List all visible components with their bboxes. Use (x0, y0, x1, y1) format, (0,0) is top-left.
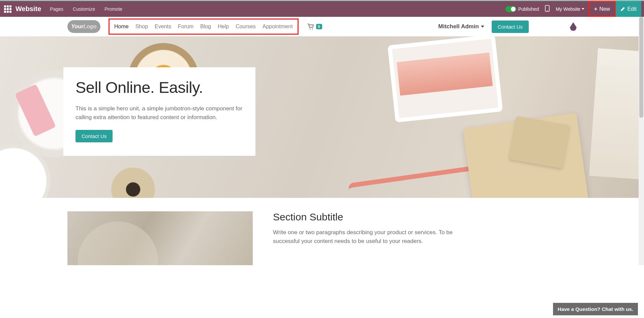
published-toggle[interactable] (505, 6, 516, 12)
main-nav: Home Shop Events Forum Blog Help Courses… (109, 19, 299, 35)
new-button[interactable]: + New (588, 1, 616, 17)
my-website-label: My Website (556, 6, 580, 12)
hero-decor-tape (111, 168, 155, 198)
svg-point-3 (312, 29, 313, 30)
section-body: Write one or two paragraphs describing y… (273, 228, 455, 246)
edit-button[interactable]: Edit (616, 1, 641, 17)
scrollbar-track[interactable] (639, 17, 644, 265)
hero-card: Sell Online. Easily. This is a simple he… (63, 67, 255, 156)
user-name: Mitchell Admin (438, 23, 479, 30)
brand-title: Website (16, 5, 41, 13)
logo-text-logo: Logo (83, 24, 96, 30)
nav-shop[interactable]: Shop (135, 24, 148, 30)
cart-button[interactable]: 0 (307, 24, 322, 30)
nav-help[interactable]: Help (218, 24, 229, 30)
section-text: Section Subtitle Write one or two paragr… (273, 211, 455, 265)
top-nav-customize[interactable]: Customize (73, 6, 95, 12)
site-logo[interactable]: YourLogo (67, 20, 100, 33)
logo-text-your: Your (71, 24, 84, 30)
nav-appointment[interactable]: Appointment (263, 24, 293, 30)
edit-label: Edit (627, 6, 637, 12)
site-header-right: Mitchell Admin Contact Us (438, 21, 577, 33)
app-topbar: Website Pages Customize Promote Publishe… (0, 1, 644, 17)
apps-grid-icon[interactable] (4, 5, 11, 13)
section-subtitle-block: Section Subtitle Write one or two paragr… (0, 198, 644, 265)
section-title: Section Subtitle (273, 211, 455, 223)
my-website-dropdown[interactable]: My Website (556, 6, 584, 12)
section-image (67, 211, 253, 265)
nav-events[interactable]: Events (155, 24, 171, 30)
hero-section: Sell Online. Easily. This is a simple he… (0, 36, 644, 198)
site-header: YourLogo Home Shop Events Forum Blog Hel… (0, 17, 644, 36)
svg-point-1 (547, 10, 548, 11)
nav-forum[interactable]: Forum (178, 24, 193, 30)
hero-decor-tablet (388, 36, 503, 122)
hero-decor-paper (589, 48, 644, 179)
hero-subtitle: This is a simple hero unit, a simple jum… (75, 104, 243, 122)
hero-contact-button[interactable]: Contact Us (75, 130, 113, 142)
top-nav-pages[interactable]: Pages (50, 6, 63, 12)
pencil-icon (620, 7, 625, 11)
caret-down-icon (481, 26, 484, 28)
cart-icon (307, 24, 314, 30)
header-contact-button[interactable]: Contact Us (492, 21, 529, 33)
top-nav: Pages Customize Promote (50, 6, 122, 12)
page-wrap: YourLogo Home Shop Events Forum Blog Hel… (0, 17, 644, 265)
user-dropdown[interactable]: Mitchell Admin (438, 23, 484, 30)
topbar-right: Published My Website + New Edit (505, 1, 641, 17)
plus-icon: + (594, 6, 597, 12)
cart-count-badge: 0 (316, 24, 322, 29)
theme-drop-icon[interactable] (570, 22, 577, 31)
published-label: Published (518, 6, 539, 12)
scrollbar-thumb[interactable] (639, 17, 643, 118)
mobile-preview-icon[interactable] (545, 5, 550, 13)
nav-home[interactable]: Home (114, 24, 129, 30)
hero-decor-box-small (509, 116, 570, 169)
hero-title: Sell Online. Easily. (75, 79, 243, 96)
top-nav-promote[interactable]: Promote (104, 6, 122, 12)
nav-courses[interactable]: Courses (236, 24, 256, 30)
new-label: New (599, 6, 610, 12)
nav-blog[interactable]: Blog (200, 24, 211, 30)
caret-down-icon (582, 8, 584, 10)
svg-point-2 (309, 29, 310, 30)
